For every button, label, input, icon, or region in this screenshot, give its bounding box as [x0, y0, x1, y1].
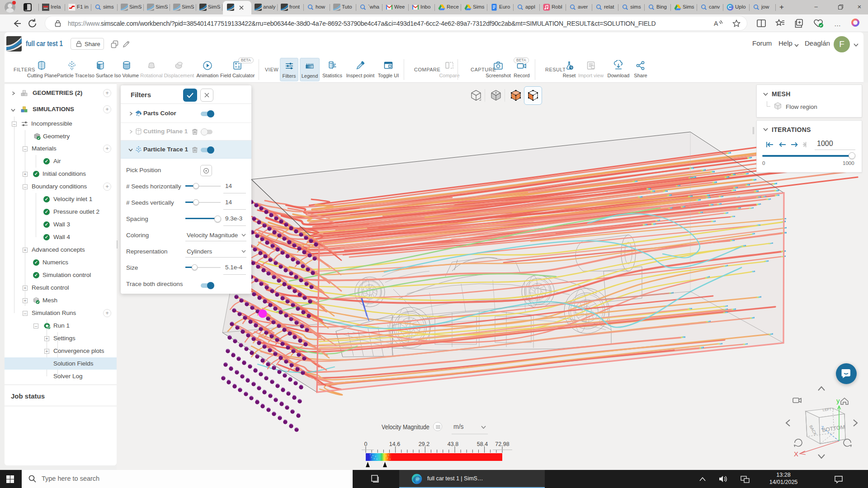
svg-text:y: y — [836, 397, 840, 404]
svg-text:A: A — [714, 20, 718, 27]
svg-text:X: X — [794, 450, 798, 458]
svg-text:z: z — [821, 424, 824, 431]
